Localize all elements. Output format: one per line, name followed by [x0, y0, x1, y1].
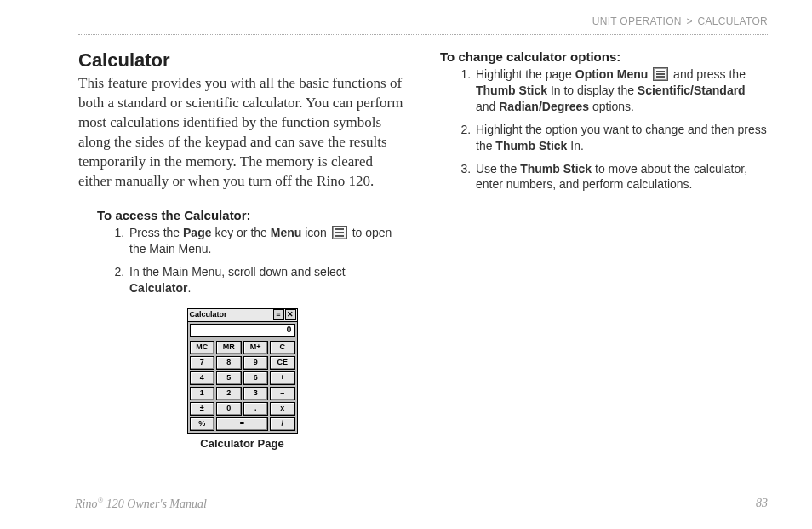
footer-manual-a: Rino — [75, 497, 97, 510]
bold: Thumb Stick — [495, 139, 567, 152]
calculator-keypad: MC MR M+ C 7 8 9 CE 4 5 6 + 1 2 — [188, 339, 297, 433]
bold: Radian/Degrees — [499, 100, 589, 113]
bold: Page — [183, 226, 211, 239]
calc-key-9: 9 — [243, 356, 269, 370]
left-column: Calculator This feature provides you wit… — [78, 49, 406, 451]
footer-manual-b: 120 Owner's Manual — [103, 497, 207, 510]
calc-key-4: 4 — [190, 371, 215, 385]
calc-key-7: 7 — [190, 356, 215, 370]
calculator-caption: Calculator Page — [200, 437, 283, 451]
calc-key-mc: MC — [190, 341, 215, 354]
calc-key-mr: MR — [216, 341, 242, 354]
calc-key-3: 3 — [243, 387, 269, 400]
calc-key-1: 1 — [190, 387, 215, 400]
text: Highlight the page — [476, 67, 575, 81]
calculator-figure: Calculator ≡ ✕ 0 MC MR M+ C 7 8 9 CE — [78, 308, 406, 451]
breadcrumb-page: Calculator — [697, 15, 768, 27]
calc-key-negate: ± — [190, 402, 215, 416]
bold: Thumb Stick — [476, 83, 547, 97]
text: and — [476, 100, 499, 113]
calc-key-minus: – — [270, 387, 295, 400]
breadcrumb-sep: > — [686, 15, 692, 27]
bold: Menu — [271, 226, 302, 239]
access-step-2: In the Main Menu, scroll down and select… — [128, 264, 406, 296]
text: . — [187, 281, 191, 295]
calculator-display: 0 — [190, 324, 295, 337]
text: Use the — [476, 162, 520, 175]
calc-key-equals: = — [216, 417, 268, 431]
access-heading: To access the Calculator: — [97, 207, 406, 224]
calc-key-plus: + — [270, 371, 295, 385]
calc-key-ce: CE — [270, 356, 295, 370]
text: options. — [589, 100, 634, 113]
calc-key-8: 8 — [216, 356, 242, 370]
calc-key-dot: . — [243, 402, 269, 416]
calculator-titlebar: Calculator ≡ ✕ — [188, 309, 297, 322]
footer: Rino® 120 Owner's Manual 83 — [75, 492, 768, 512]
titlebar-close-icon: ✕ — [285, 309, 296, 320]
titlebar-menu-icon: ≡ — [273, 309, 284, 320]
right-column: To change calculator options: Highlight … — [440, 49, 768, 451]
calculator-window-title: Calculator — [190, 310, 272, 320]
bold: Calculator — [129, 281, 187, 295]
bold: Option Menu — [575, 67, 649, 81]
calc-key-0: 0 — [216, 402, 242, 416]
calc-key-mult: x — [270, 402, 295, 416]
calc-key-div: / — [270, 417, 295, 431]
text: In the Main Menu, scroll down and select — [129, 265, 346, 279]
change-step-3: Use the Thumb Stick to move about the ca… — [474, 161, 768, 193]
intro-paragraph: This feature provides you with all the b… — [78, 74, 406, 192]
breadcrumb: Unit Operation > Calculator — [78, 15, 768, 29]
text: icon — [301, 226, 329, 239]
calc-key-6: 6 — [243, 371, 269, 385]
page-title: Calculator — [78, 49, 406, 73]
calc-key-2: 2 — [216, 387, 242, 400]
calc-key-5: 5 — [216, 371, 242, 385]
page: Unit Operation > Calculator Calculator T… — [0, 0, 812, 529]
text: key or the — [212, 226, 271, 239]
menu-icon — [332, 226, 347, 239]
footer-page-number: 83 — [756, 496, 768, 512]
bold: Scientific/Standard — [638, 83, 746, 97]
bold: Thumb Stick — [520, 162, 592, 175]
columns: Calculator This feature provides you wit… — [78, 49, 768, 451]
header-rule — [78, 34, 768, 35]
change-step-2: Highlight the option you want to change … — [474, 122, 768, 154]
access-step-1: Press the Page key or the Menu icon to o… — [128, 225, 406, 257]
option-menu-icon — [653, 67, 668, 81]
change-step-1: Highlight the page Option Menu and press… — [474, 66, 768, 115]
text: In to display the — [547, 83, 638, 97]
text: and press the — [670, 67, 746, 81]
breadcrumb-section: Unit Operation — [592, 15, 682, 27]
calc-key-c: C — [270, 341, 295, 354]
change-heading: To change calculator options: — [440, 49, 768, 66]
calculator-window: Calculator ≡ ✕ 0 MC MR M+ C 7 8 9 CE — [187, 308, 298, 434]
access-steps: Press the Page key or the Menu icon to o… — [78, 225, 406, 296]
calc-key-percent: % — [190, 417, 215, 431]
footer-manual: Rino® 120 Owner's Manual — [75, 496, 207, 512]
text: Press the — [129, 226, 183, 239]
calc-key-mplus: M+ — [243, 341, 269, 354]
text: In. — [567, 139, 583, 152]
change-steps: Highlight the page Option Menu and press… — [440, 66, 768, 193]
